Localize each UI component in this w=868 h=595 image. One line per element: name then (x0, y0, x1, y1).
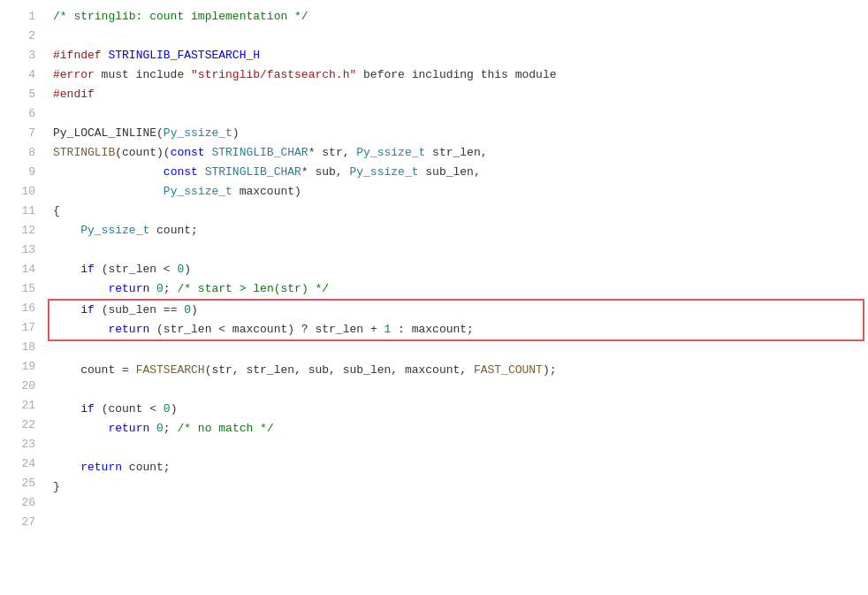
code-token: Py_ssize_t (356, 146, 425, 159)
line-number: 10 (9, 182, 35, 202)
code-line: count = FASTSEARCH(str, str_len, sub, su… (53, 361, 859, 380)
code-content: /* stringlib: count implementation */#if… (44, 7, 868, 588)
code-token: STRINGLIB_CHAR (211, 146, 308, 159)
line-number: 14 (9, 260, 35, 279)
code-line: Py_ssize_t count; (53, 221, 859, 240)
code-line (53, 240, 859, 260)
code-token (53, 402, 80, 416)
code-token: ); (543, 363, 557, 377)
code-token (53, 185, 164, 198)
code-token: count; (122, 461, 171, 474)
code-token (149, 282, 156, 295)
code-token (53, 224, 80, 237)
line-number: 5 (9, 85, 35, 104)
code-line: return (str_len < maxcount) ? str_len + … (53, 320, 859, 339)
code-token: Py_ssize_t (164, 126, 232, 140)
code-token: STRINGLIB (53, 146, 115, 159)
code-token (53, 303, 80, 317)
line-number: 3 (9, 46, 35, 65)
code-line: } (53, 477, 859, 497)
code-token: str_len, (425, 146, 487, 159)
code-token: : maxcount; (391, 323, 474, 336)
code-token: (str_len < (95, 263, 178, 276)
line-number: 27 (9, 513, 35, 532)
code-token: count; (149, 224, 198, 237)
code-token: if (80, 263, 95, 276)
line-number: 22 (9, 416, 35, 435)
code-line: #endif (53, 85, 859, 104)
code-token: #endif (53, 88, 95, 101)
code-token (53, 323, 108, 336)
code-token: before including this module (356, 68, 556, 81)
code-token: } (53, 480, 60, 493)
code-token: STRINGLIB_FASTSEARCH_H (108, 49, 260, 62)
code-token: return (108, 323, 149, 336)
code-token (53, 422, 108, 435)
code-token: ) (184, 263, 191, 276)
code-line: Py_LOCAL_INLINE(Py_ssize_t) (53, 124, 859, 143)
line-number: 9 (9, 163, 35, 182)
code-token: Py_LOCAL_INLINE( (53, 126, 164, 140)
line-number: 1 (9, 7, 35, 27)
code-editor: 1234567891011121314151617181920212223242… (0, 0, 868, 595)
line-number: 4 (9, 65, 35, 85)
code-token: if (80, 402, 95, 416)
line-number: 16 (9, 299, 35, 318)
code-token: { (53, 204, 60, 217)
code-line: if (count < 0) (53, 400, 859, 419)
code-token (53, 263, 80, 276)
code-token: Py_ssize_t (349, 165, 418, 179)
code-token: (str_len < maxcount) ? str_len + (149, 323, 384, 336)
line-number: 17 (9, 318, 35, 338)
code-token (53, 165, 164, 179)
code-token: const (171, 146, 212, 159)
code-line (53, 104, 859, 124)
code-token: Py_ssize_t (80, 224, 149, 237)
code-token: (str, str_len, sub, sub_len, maxcount, (205, 363, 474, 377)
code-token: /* no match */ (177, 422, 273, 435)
code-line (53, 341, 859, 361)
code-token: return (108, 282, 149, 295)
code-token: (count)( (115, 146, 170, 159)
code-token (149, 422, 156, 435)
code-token: /* stringlib: count implementation */ (53, 10, 308, 23)
code-line: if (sub_len == 0) (53, 301, 859, 320)
line-number: 6 (9, 104, 35, 124)
code-token: 0 (156, 282, 164, 295)
line-number: 8 (9, 143, 35, 163)
code-token: sub_len, (418, 165, 480, 179)
line-number: 13 (9, 240, 35, 260)
line-number: 7 (9, 124, 35, 143)
code-line: if (str_len < 0) (53, 260, 859, 279)
code-token: maxcount) (232, 185, 301, 198)
code-token: return (108, 422, 149, 435)
code-token: "stringlib/fastsearch.h" (191, 68, 356, 81)
code-token: * sub, (301, 165, 350, 179)
code-token: 0 (164, 402, 171, 416)
code-line (53, 516, 859, 536)
line-number: 2 (9, 27, 35, 46)
code-token: ; (164, 282, 178, 295)
code-line: /* stringlib: count implementation */ (53, 7, 859, 27)
code-token: ) (191, 303, 198, 317)
line-number: 11 (9, 202, 35, 221)
code-token: ) (232, 126, 240, 140)
code-token: #error (53, 68, 102, 81)
code-token: /* start > len(str) */ (177, 282, 329, 295)
code-line (53, 497, 859, 516)
code-token (53, 461, 80, 474)
code-token: (count < (95, 402, 164, 416)
code-token: return (80, 461, 122, 474)
code-line: { (53, 202, 859, 221)
code-line (53, 439, 859, 458)
line-number: 15 (9, 279, 35, 299)
code-token: must include (102, 68, 191, 81)
code-line: #ifndef STRINGLIB_FASTSEARCH_H (53, 46, 859, 65)
line-number: 21 (9, 396, 35, 416)
line-number: 20 (9, 377, 35, 396)
code-line: #error must include "stringlib/fastsearc… (53, 65, 859, 85)
line-number: 25 (9, 474, 35, 493)
code-token: 0 (184, 303, 191, 317)
code-token: #ifndef (53, 49, 108, 62)
code-line: return 0; /* start > len(str) */ (53, 279, 859, 299)
